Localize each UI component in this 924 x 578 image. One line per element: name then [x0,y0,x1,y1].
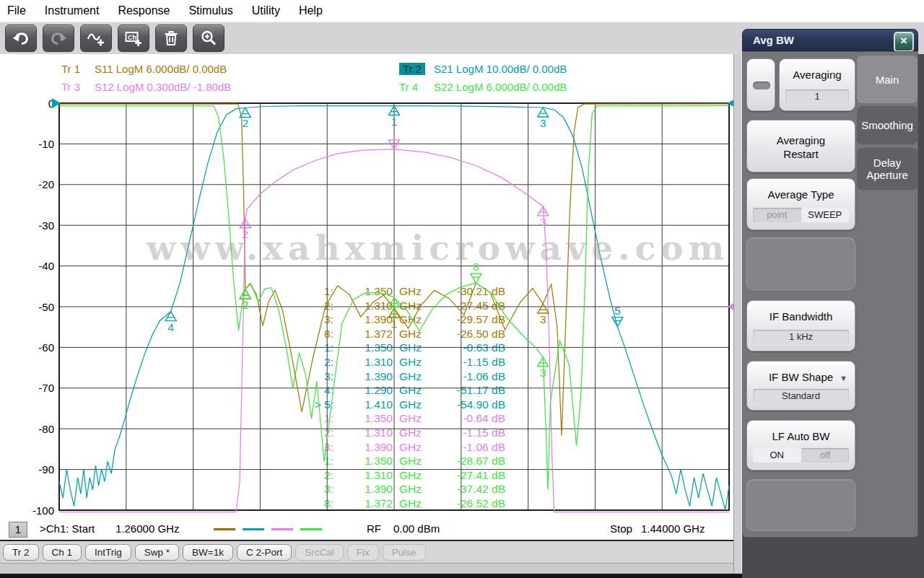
blank-softkey-2 [746,479,855,531]
redo-icon [49,30,68,47]
svg-text:-80: -80 [38,423,54,435]
panel-body: Averaging 1 Main Smoothing Delay Apertur… [742,51,918,538]
panel-title: Avg BW [753,34,794,46]
svg-text:-10: -10 [38,138,54,150]
svg-text:-90: -90 [38,463,54,476]
close-icon[interactable]: ✕ [894,32,914,52]
menu-item-response[interactable]: Response [118,4,180,17]
redo-button[interactable] [43,25,74,52]
averaging-restart-button[interactable]: Averaging Restart [746,120,855,172]
rf-value[interactable]: 0.00 dBm [393,522,440,535]
svg-text:1: 1 [391,115,398,128]
average-type-label: Average Type [747,188,855,201]
marker-s21-2: 2 [240,108,250,129]
status-pill-swp-[interactable]: Swp * [135,544,179,561]
status-pill-inttrig[interactable]: IntTrig [85,544,131,561]
svg-text:3: 3 [540,117,546,129]
channel-badge[interactable]: 1 [9,522,27,538]
average-type-button[interactable]: Average Type point SWEEP [746,178,855,230]
svg-text:Ch: Ch [128,34,136,41]
chart-area: Tr 1 S11 LogM 6.000dB/ 0.00dB Tr 2 S21 L… [0,54,733,541]
menu-item-help[interactable]: Help [299,4,333,17]
averaging-toggle-button[interactable] [746,58,775,111]
zoom-icon [200,30,217,47]
start-label: >Ch1: Start [40,522,95,535]
delete-button[interactable] [155,25,187,52]
average-type-point[interactable]: point [753,208,801,222]
average-type-toggle[interactable]: point SWEEP [753,208,849,222]
lf-auto-bw-on[interactable]: ON [753,448,801,463]
legend-dash-s11 [214,528,235,530]
rf-label: RF [367,522,381,535]
svg-text:8: 8 [473,260,479,273]
status-pill-bw-1k[interactable]: BW=1k [183,544,233,561]
add-channel-icon: Ch [124,30,143,47]
add-trace-button[interactable] [80,25,112,52]
chart-footer: 1 >Ch1: Start 1.26000 GHz RF 0.00 dBm St… [0,521,733,540]
svg-text:-50: -50 [38,301,54,313]
status-pill-tr-2[interactable]: Tr 2 [3,544,39,561]
stop-value[interactable]: 1.44000 GHz [641,522,705,535]
status-bar: Tr 2Ch 1IntTrigSwp *BW=1kC 2-PortSrcCalF… [0,541,738,563]
menu-item-instrument[interactable]: Instrument [45,4,110,17]
svg-text:5: 5 [614,305,621,317]
average-type-sweep[interactable]: SWEEP [801,208,850,222]
averaging-restart-label: Averaging Restart [747,133,855,161]
svg-text:1: 1 [391,318,398,330]
svg-text:2: 2 [242,117,248,129]
tab-smoothing[interactable]: Smoothing [857,106,918,144]
legend-dash-s22 [300,528,322,530]
vertical-divider [733,54,742,574]
lf-auto-bw-toggle[interactable]: ON off [753,448,849,463]
undo-icon [12,30,30,47]
marker-s22-2: 2 [240,289,250,311]
averaging-value[interactable]: 1 [785,89,849,103]
tab-main-label: Main [876,74,899,86]
svg-text:-60: -60 [38,341,54,354]
status-pill-fix[interactable]: Fix [347,544,379,561]
if-bw-shape-value[interactable]: Standard [753,389,849,403]
if-bandwidth-value[interactable]: 1 kHz [753,330,849,343]
if-bw-shape-button[interactable]: IF BW Shape ▼ Standard [746,361,855,411]
averaging-label: Averaging [780,69,855,81]
status-pill-srccal[interactable]: SrcCal [295,544,344,561]
svg-text:-100: -100 [32,504,54,517]
svg-text:3: 3 [540,313,546,325]
start-value[interactable]: 1.26000 GHz [116,522,179,535]
lf-auto-bw-button[interactable]: LF Auto BW ON off [746,420,855,470]
toggle-indicator [753,82,770,89]
panel-title-bar[interactable]: Avg BW ✕ [742,29,918,51]
stop-label: Stop [610,522,632,535]
add-channel-button[interactable]: Ch [118,25,149,52]
menu-bar: FileInstrumentResponseStimulusUtilityHel… [0,0,924,22]
zoom-button[interactable] [193,25,225,52]
if-bandwidth-button[interactable]: IF Bandwidth 1 kHz [746,300,855,351]
marker-s21-5: 5 [612,305,623,327]
marker-s22-8: 8 [471,260,481,283]
svg-text:-30: -30 [38,219,54,232]
status-pill-c-2-port[interactable]: C 2-Port [237,544,292,561]
tab-main[interactable]: Main [857,56,918,103]
status-pill-ch-1[interactable]: Ch 1 [43,544,82,561]
lf-auto-bw-label: LF Auto BW [747,430,855,442]
if-bandwidth-label: IF Bandwidth [747,310,855,323]
blank-softkey-1 [746,237,855,290]
tab-delay-aperture-label: Delay Aperture [861,157,913,181]
status-pill-pulse[interactable]: Pulse [383,544,426,561]
menu-item-file[interactable]: File [7,4,36,17]
svg-text:-40: -40 [38,260,54,272]
tab-smoothing-label: Smoothing [861,119,913,131]
legend-dash-s12 [271,528,293,530]
svg-text:-20: -20 [38,178,54,191]
lf-auto-bw-off[interactable]: off [801,448,850,463]
avg-bw-panel: Avg BW ✕ Averaging 1 Main Smoothing Dela… [742,29,918,538]
undo-button[interactable] [5,25,37,52]
tab-delay-aperture[interactable]: Delay Aperture [857,148,918,190]
svg-text:3: 3 [540,216,546,228]
svg-text:4: 4 [167,321,174,333]
if-bw-shape-label: IF BW Shape [747,371,855,383]
averaging-button[interactable]: Averaging 1 [779,58,855,111]
menu-item-utility[interactable]: Utility [252,4,290,17]
menu-item-stimulus[interactable]: Stimulus [188,4,243,17]
svg-text:3: 3 [540,367,546,379]
